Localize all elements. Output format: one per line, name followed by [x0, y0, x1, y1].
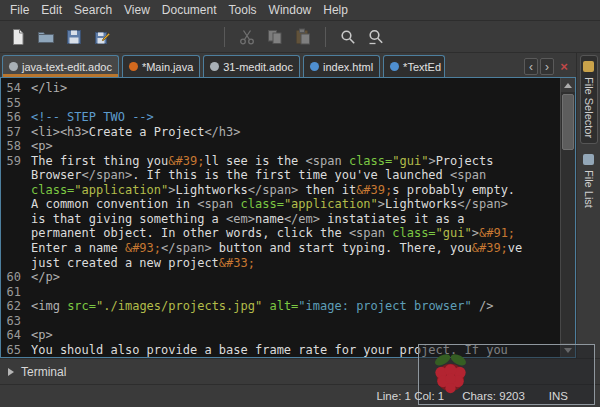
editor-row[interactable]: 62<img src="./images/projects.jpg" alt="… [1, 299, 560, 314]
code-line: Enter a name &#93;</span> button and sta… [31, 241, 522, 256]
code-segment: </span> [248, 183, 299, 197]
menu-item-tools[interactable]: Tools [223, 1, 263, 19]
tab-bar-tabs: java-text-edit.adoc*Main.java31-medit.ad… [2, 55, 518, 77]
tab-main-java[interactable]: *Main.java [122, 55, 200, 77]
code-segment: <span [306, 154, 349, 168]
document-icon [210, 62, 219, 71]
code-segment: </li> [31, 81, 67, 95]
content-area: java-text-edit.adoc*Main.java31-medit.ad… [0, 53, 600, 358]
editor-row[interactable]: A common convention in <span class="appl… [1, 197, 560, 212]
sidebar-tab-file-selector[interactable]: File Selector [581, 56, 597, 143]
save-as-button[interactable] [88, 24, 116, 50]
editor-row[interactable]: just created a new project&#33; [1, 256, 560, 271]
menu-item-document[interactable]: Document [156, 1, 223, 19]
status-input-mode: INS [549, 390, 568, 402]
find-button[interactable] [334, 24, 362, 50]
editor-row[interactable]: 54</li> [1, 81, 560, 96]
code-segment: permanent object. In other words, click … [31, 226, 349, 240]
tab-scroll-left-button[interactable]: ‹ [524, 58, 538, 75]
paste-icon [294, 28, 312, 46]
find-replace-button[interactable] [362, 24, 390, 50]
code-segment: <!-- STEP TWO --> [31, 110, 154, 124]
line-number [1, 256, 21, 271]
line-number: 60 [1, 270, 21, 285]
line-number [1, 168, 21, 183]
code-line: permanent object. In other words, click … [31, 226, 515, 241]
editor-row[interactable]: 58<p> [1, 139, 560, 154]
editor-row[interactable]: 63 [1, 314, 560, 329]
menu-item-file[interactable]: File [4, 1, 35, 19]
tab-scroll-right-button[interactable]: › [540, 58, 554, 75]
file-selector-icon [583, 61, 594, 72]
java-file-icon [129, 62, 138, 71]
open-button[interactable] [32, 24, 60, 50]
save-icon [65, 28, 83, 46]
line-number [1, 197, 21, 212]
code-segment: src= [67, 299, 96, 313]
editor-row[interactable]: 64<p> [1, 328, 560, 343]
sidebar-tab-file-list[interactable]: File List [581, 149, 597, 213]
menu-item-edit[interactable]: Edit [35, 1, 68, 19]
sidebar-strip: File SelectorFile List [576, 53, 600, 358]
tab-label: *TextEd [403, 61, 441, 73]
code-line: <p> [31, 328, 53, 343]
file-list-icon [583, 154, 594, 165]
code-segment: </h3> [204, 125, 240, 139]
editor-row[interactable]: permanent object. In other words, click … [1, 226, 560, 241]
line-number: 63 [1, 314, 21, 329]
code-line: A common convention in <span class="appl… [31, 197, 508, 212]
scrollbar-thumb[interactable] [562, 94, 574, 150]
menu-bar: FileEditSearchViewDocumentToolsWindowHel… [0, 0, 600, 21]
tab-java-text-edit-adoc[interactable]: java-text-edit.adoc [2, 55, 119, 77]
editor-row[interactable]: 56<!-- STEP TWO --> [1, 110, 560, 125]
code-segment: </span> [82, 168, 133, 182]
editor-row[interactable]: 57<li><h3>Create a Project</h3> [1, 125, 560, 140]
new-document-icon [9, 28, 27, 46]
menu-item-window[interactable]: Window [263, 1, 318, 19]
scrollbar-up-button[interactable] [561, 78, 575, 92]
code-segment: &#39; [356, 183, 392, 197]
line-number [1, 212, 21, 227]
code-segment: > [378, 197, 385, 211]
code-segment: "image: project browser" [298, 299, 471, 313]
tab-texted[interactable]: *TextEd [383, 55, 445, 77]
tab-31-medit-adoc[interactable]: 31-medit.adoc [203, 55, 300, 77]
code-segment: instatiates it as a [320, 212, 465, 226]
code-segment: <span [197, 197, 240, 211]
tab-close-button[interactable]: × [556, 58, 572, 75]
menu-item-view[interactable]: View [118, 1, 156, 19]
new-button[interactable] [4, 24, 32, 50]
code-segment: just created a new project [31, 256, 219, 270]
terminal-label: Terminal [21, 365, 66, 379]
editor-row[interactable]: 61 [1, 285, 560, 300]
cut-button[interactable] [233, 24, 261, 50]
editor[interactable]: 54</li>5556<!-- STEP TWO -->57<li><h3>Cr… [1, 78, 560, 357]
copy-button[interactable] [261, 24, 289, 50]
toolbar [0, 21, 600, 53]
sidebar-tab-label: File Selector [583, 77, 595, 138]
editor-row[interactable]: is that giving something a <em>name</em>… [1, 212, 560, 227]
code-segment: Lightworks [385, 197, 457, 211]
menu-item-search[interactable]: Search [68, 1, 118, 19]
editor-row[interactable]: class="application">Lightworks</span> th… [1, 183, 560, 198]
code-segment: button and start typing. There, you [212, 241, 472, 255]
line-number: 65 [1, 343, 21, 357]
editor-row[interactable]: Enter a name &#93;</span> button and sta… [1, 241, 560, 256]
editor-row[interactable]: Browser</span>. If this is the first tim… [1, 168, 560, 183]
save-button[interactable] [60, 24, 88, 50]
line-number: 55 [1, 96, 21, 111]
line-number: 57 [1, 125, 21, 140]
paste-button[interactable] [289, 24, 317, 50]
scrollbar-track[interactable] [561, 92, 575, 343]
code-line: </p> [31, 270, 60, 285]
scrollbar[interactable] [560, 78, 575, 357]
menu-item-help[interactable]: Help [317, 1, 354, 19]
editor-column: java-text-edit.adoc*Main.java31-medit.ad… [0, 53, 576, 358]
editor-row[interactable]: 55 [1, 96, 560, 111]
code-line: The first thing you&#39;ll see is the <s… [31, 154, 493, 169]
tab-index-html[interactable]: index.html [303, 55, 380, 77]
code-segment: &#39; [472, 241, 508, 255]
editor-row[interactable]: 59The first thing you&#39;ll see is the … [1, 154, 560, 169]
editor-row[interactable]: 60</p> [1, 270, 560, 285]
code-line: just created a new project&#33; [31, 256, 255, 271]
